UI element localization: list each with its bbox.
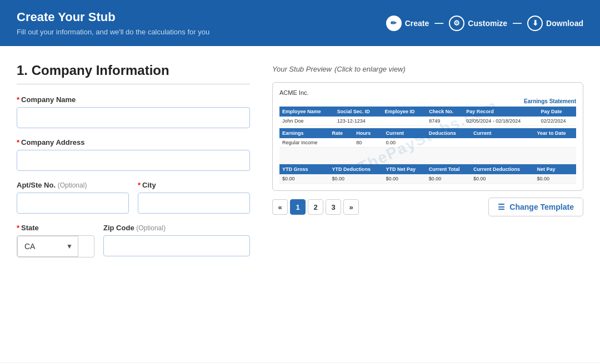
step-create-icon: ✏ xyxy=(386,16,402,31)
required-star-4: * xyxy=(17,224,19,232)
th-employee-id: Employee ID xyxy=(382,107,427,117)
td-hours: 80 xyxy=(353,138,383,148)
th-check-no: Check No. xyxy=(426,107,463,117)
preview-title: Your Stub Preview (Click to enlarge view… xyxy=(272,63,583,74)
stub-data-row-1: John Doe 123-12-1234 8749 02/05/2024 - 0… xyxy=(279,117,576,126)
th-rate: Rate xyxy=(329,128,354,138)
td-regular-income: Regular Income xyxy=(279,138,329,148)
required-star-2: * xyxy=(17,138,19,146)
th-ytd-net-pay: YTD Net Pay xyxy=(383,164,426,175)
city-input[interactable] xyxy=(138,193,250,214)
stub-company-name: ACME Inc. xyxy=(279,89,576,96)
preview-pagination: « 1 2 3 » ☰ Change Template xyxy=(272,198,583,216)
stub-table-earnings: Earnings Rate Hours Current Deductions C… xyxy=(279,128,576,184)
page-1-btn[interactable]: 1 xyxy=(290,199,306,215)
td-employee-id xyxy=(382,117,427,126)
company-address-label: *Company Address xyxy=(17,138,250,146)
zip-input[interactable] xyxy=(103,235,250,256)
company-address-group: *Company Address xyxy=(17,138,250,171)
th-ytd-gross: YTD Gross xyxy=(279,164,329,175)
page-3-btn[interactable]: 3 xyxy=(326,199,341,215)
step-create[interactable]: ✏ Create xyxy=(386,16,429,31)
step-create-label: Create xyxy=(405,19,429,28)
company-name-label: *Company Name xyxy=(17,95,250,104)
th-year-to-date: Year to Date xyxy=(534,128,576,138)
header-left: Create Your Stub Fill out your informati… xyxy=(17,10,209,36)
td-ded-current xyxy=(471,138,534,148)
td-social-sec: 123-12-1234 xyxy=(334,117,382,126)
td-check-no: 8749 xyxy=(426,117,463,126)
form-divider xyxy=(17,84,250,84)
th-pay-record: Pay Record xyxy=(463,107,538,117)
company-name-group: *Company Name xyxy=(17,95,250,128)
stub-footer-values-row: $0.00 $0.00 $0.00 $0.00 $0.00 $0.00 xyxy=(279,174,576,184)
state-select-box: CA NY TX FL ▼ xyxy=(17,235,94,257)
state-select-wrapper: CA NY TX FL ▼ xyxy=(17,236,78,257)
state-zip-row: *State CA NY TX FL ▼ Zip xyxy=(17,224,250,257)
header: Create Your Stub Fill out your informati… xyxy=(0,0,600,46)
required-star-1: * xyxy=(17,95,19,104)
page-next-btn[interactable]: » xyxy=(343,199,359,215)
page-prev-btn[interactable]: « xyxy=(272,199,288,215)
apt-input[interactable] xyxy=(17,193,129,214)
th-current-deductions: Current Deductions xyxy=(471,164,534,175)
page-subtitle: Fill out your information, and we'll do … xyxy=(17,28,209,36)
th-hours: Hours xyxy=(353,128,383,138)
city-group: *City xyxy=(138,181,250,214)
state-label: *State xyxy=(17,224,94,232)
stub-earnings-row-1: Regular Income 80 0.00 xyxy=(279,138,576,148)
stub-earnings-title: Earnings Statement xyxy=(279,98,576,104)
th-net-pay: Net Pay xyxy=(534,164,576,175)
th-pay-date: Pay Date xyxy=(538,107,576,117)
main-content: 1. Company Information *Company Name *Co… xyxy=(0,46,600,362)
td-employee-name: John Doe xyxy=(279,117,334,126)
change-template-icon: ☰ xyxy=(498,203,505,211)
zip-label: Zip Code (Optional) xyxy=(103,224,250,232)
th-deductions-current: Current xyxy=(471,128,534,138)
td-ytd-deductions: $0.00 xyxy=(329,174,383,184)
pagination-buttons: « 1 2 3 » xyxy=(272,199,359,215)
td-rate xyxy=(329,138,354,148)
city-label: *City xyxy=(138,181,250,189)
apt-label: Apt/Ste No. (Optional) xyxy=(17,181,129,189)
page-2-btn[interactable]: 2 xyxy=(308,199,323,215)
td-empty-row xyxy=(279,148,576,164)
step-download-label: Download xyxy=(546,19,583,28)
td-current-amount: 0.00 xyxy=(383,138,426,148)
stub-header-row-1: Employee Name Social Sec. ID Employee ID… xyxy=(279,107,576,117)
th-ytd-deductions: YTD Deductions xyxy=(329,164,383,175)
td-deductions-empty xyxy=(426,138,471,148)
state-select[interactable]: CA NY TX FL xyxy=(17,236,78,257)
step-customize[interactable]: ⚙ Customize xyxy=(449,16,507,31)
step-customize-label: Customize xyxy=(468,19,507,28)
td-ytd-net-pay: $0.00 xyxy=(383,174,426,184)
td-pay-date: 02/22/2024 xyxy=(538,117,576,126)
connector-2: — xyxy=(513,18,522,28)
stub-preview-box[interactable]: ACME Inc. Earnings Statement Employee Na… xyxy=(272,82,583,191)
td-ytd-gross: $0.00 xyxy=(279,174,329,184)
td-pay-record: 02/05/2024 - 02/18/2024 xyxy=(463,117,538,126)
th-earnings: Earnings xyxy=(279,128,329,138)
th-deductions: Deductions xyxy=(426,128,471,138)
step-customize-icon: ⚙ xyxy=(449,16,464,31)
stub-header-row-2: Earnings Rate Hours Current Deductions C… xyxy=(279,128,576,138)
change-template-label: Change Template xyxy=(509,203,574,211)
td-ytd-amount xyxy=(534,138,576,148)
step-download-icon: ⬇ xyxy=(527,16,543,31)
th-current-total: Current Total xyxy=(426,164,471,175)
form-section: 1. Company Information *Company Name *Co… xyxy=(17,63,250,351)
change-template-button[interactable]: ☰ Change Template xyxy=(488,198,583,216)
apt-group: Apt/Ste No. (Optional) xyxy=(17,181,129,214)
stub-footer-header-row: YTD Gross YTD Deductions YTD Net Pay Cur… xyxy=(279,164,576,175)
state-group: *State CA NY TX FL ▼ xyxy=(17,224,94,257)
company-address-input[interactable] xyxy=(17,150,250,171)
step-download[interactable]: ⬇ Download xyxy=(527,16,583,31)
apt-city-row: Apt/Ste No. (Optional) *City xyxy=(17,181,250,214)
form-title: 1. Company Information xyxy=(17,63,250,78)
th-current: Current xyxy=(383,128,426,138)
company-name-input[interactable] xyxy=(17,107,250,128)
zip-group: Zip Code (Optional) xyxy=(103,224,250,257)
th-employee-name: Employee Name xyxy=(279,107,334,117)
preview-section: Your Stub Preview (Click to enlarge view… xyxy=(272,63,583,351)
stub-table-top: Employee Name Social Sec. ID Employee ID… xyxy=(279,107,576,126)
